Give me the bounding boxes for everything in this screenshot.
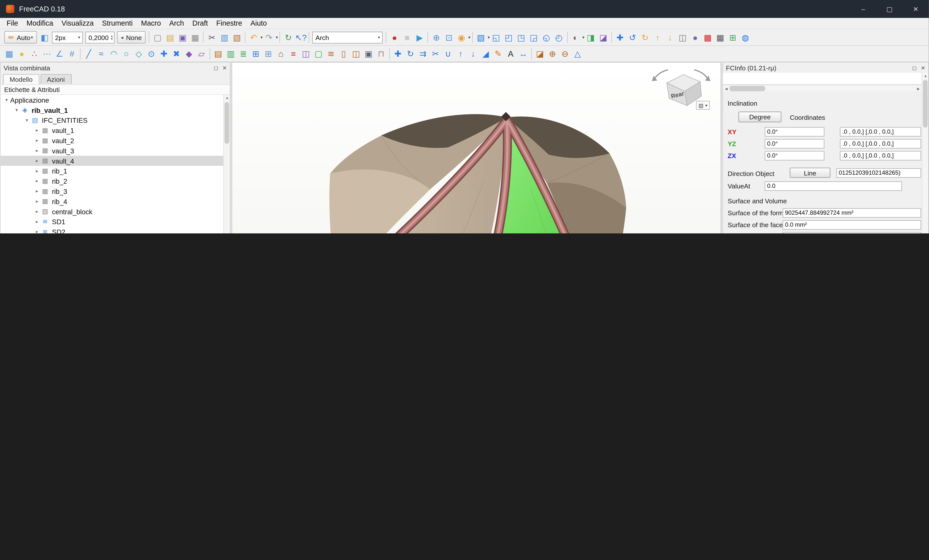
snap-angle-icon[interactable]: ∠ — [53, 47, 66, 60]
arch-frame-icon[interactable]: ◫ — [350, 47, 362, 60]
rotate-view-right-icon[interactable]: ↻ — [639, 31, 651, 43]
arch-door-icon[interactable]: ⊞ — [262, 47, 274, 60]
tree-item-vault-4[interactable]: ▸▦vault_4 — [0, 156, 223, 166]
tile-windows-icon[interactable]: ◫ — [676, 31, 689, 43]
tree-item-sd1[interactable]: ▸≋SD1 — [0, 216, 223, 227]
workbench-selector-combobox[interactable]: Arch▾ — [313, 31, 383, 43]
panel-float-icon[interactable]: ◻ — [214, 64, 218, 70]
menu-draft[interactable]: Draft — [188, 19, 212, 28]
view-left-icon[interactable]: ◴ — [552, 31, 565, 43]
draft-offset-icon[interactable]: ⇉ — [417, 47, 429, 60]
arch-structure-icon[interactable]: ▥ — [224, 47, 237, 60]
menu-file[interactable]: File — [3, 19, 22, 28]
menu-aiuto[interactable]: Aiuto — [246, 19, 271, 28]
arch-remove-icon[interactable]: ⊖ — [559, 47, 571, 60]
arch-rebar-icon[interactable]: ≣ — [237, 47, 250, 60]
edit-undo-group[interactable]: ↶▾ — [247, 31, 263, 43]
view-front-icon[interactable]: ◱ — [490, 31, 502, 43]
view-right-icon[interactable]: ◳ — [515, 31, 527, 43]
draft-linewidth-combobox[interactable]: 2px▾ — [52, 31, 83, 43]
macro-stop-icon[interactable]: ■ — [401, 31, 413, 43]
tab-azioni[interactable]: Azioni — [40, 74, 71, 84]
draft-scale-icon[interactable]: ◢ — [479, 47, 492, 60]
draft-autogroup-button[interactable]: ▪None — [117, 31, 146, 43]
draw-style-group[interactable]: ◐▾ — [569, 31, 584, 43]
std-print-icon[interactable]: ▦ — [189, 31, 201, 43]
view-axonometric-icon[interactable]: ▧ — [475, 31, 487, 43]
draft-facebinder-icon[interactable]: ✚ — [158, 47, 170, 60]
panel-close-icon[interactable]: ✕ — [921, 64, 925, 70]
arch-pipe-icon[interactable]: ⊓ — [375, 47, 387, 60]
arch-wall-icon[interactable]: ▤ — [212, 47, 224, 60]
draft-downgrade-icon[interactable]: ↓ — [467, 47, 479, 60]
view-zoom-down-icon[interactable]: ↓ — [664, 31, 676, 43]
view-bottom-icon[interactable]: ◵ — [540, 31, 552, 43]
chevron-right-icon[interactable]: ▸ — [33, 209, 41, 214]
tree-item-central-block[interactable]: ▸▧central_block — [0, 206, 223, 216]
tree-item-vault-3[interactable]: ▸▦vault_3 — [0, 146, 223, 156]
tree-item-sd2[interactable]: ▸≋SD2 — [0, 227, 223, 233]
zoom-in-icon[interactable]: ⊕ — [430, 31, 443, 43]
view-rear-icon[interactable]: ◲ — [527, 31, 540, 43]
menu-macro[interactable]: Macro — [137, 19, 165, 28]
fit-all-group[interactable]: ◉▾ — [455, 31, 471, 43]
zoom-selection-icon[interactable]: ⊡ — [443, 31, 455, 43]
draft-grid-toggle-icon[interactable]: ▦ — [3, 47, 15, 60]
chevron-right-icon[interactable]: ▸ — [33, 188, 41, 194]
std-save-icon[interactable]: ▣ — [176, 31, 189, 43]
line-button[interactable]: Line — [790, 168, 830, 178]
random-color-icon[interactable]: ▩ — [701, 31, 714, 43]
direction-object-field[interactable]: 012512039102148265) — [836, 168, 921, 178]
std-open-icon[interactable]: ▤ — [164, 31, 176, 43]
xy-angle-field[interactable]: 0.0° — [765, 127, 824, 136]
arch-roof-icon[interactable]: ⌂ — [274, 47, 287, 60]
draft-circle-icon[interactable]: ○ — [120, 47, 132, 60]
clipping-plane-icon[interactable]: ◪ — [597, 31, 609, 43]
view-axonometric-group[interactable]: ▧▾ — [475, 31, 490, 43]
draw-style-icon[interactable]: ◐ — [569, 31, 581, 43]
edit-redo-group[interactable]: ↷▾ — [263, 31, 278, 43]
panel-float-icon[interactable]: ◻ — [912, 64, 917, 70]
draft-edit-icon[interactable]: ✎ — [492, 47, 504, 60]
panel-close-icon[interactable]: ✕ — [222, 64, 227, 70]
arch-section-plane-icon[interactable]: ◫ — [300, 47, 312, 60]
tree-item-applicazione[interactable]: ▾Applicazione — [0, 95, 223, 105]
close-button[interactable]: ✕ — [903, 0, 929, 18]
minimize-button[interactable]: – — [850, 0, 877, 18]
yz-coords-field[interactable]: .0 , 0.0,] [,0.0 , 0.0,] — [840, 139, 921, 148]
fcinfo-vscrollbar[interactable]: ▲ ▼ — [922, 73, 928, 233]
chevron-right-icon[interactable]: ▸ — [33, 229, 41, 233]
draft-wire-icon[interactable]: ≈ — [95, 47, 107, 60]
draft-trimex-icon[interactable]: ✂ — [429, 47, 442, 60]
draft-text-icon[interactable]: A — [504, 47, 517, 60]
fcinfo-top-hscrollbar[interactable]: ◀ ▶ — [723, 85, 921, 91]
chevron-right-icon[interactable]: ▸ — [33, 199, 41, 204]
chevron-right-icon[interactable]: ▸ — [33, 128, 41, 133]
std-refresh-icon[interactable]: ↻ — [282, 31, 294, 43]
web-view-icon[interactable]: ◍ — [739, 31, 751, 43]
macro-play-icon[interactable]: ▶ — [413, 31, 426, 43]
chevron-right-icon[interactable]: ▸ — [33, 219, 41, 225]
macro-record-icon[interactable]: ● — [388, 31, 401, 43]
draft-auto-button[interactable]: ✏Auto▾ — [4, 31, 37, 43]
chevron-down-icon[interactable]: ▾ — [13, 107, 20, 113]
draft-scale-factor-spinbox[interactable]: 0,2000▴▾ — [86, 31, 115, 43]
snap-midpoint-icon[interactable]: ∴ — [28, 47, 41, 60]
arch-axis-icon[interactable]: ≡ — [287, 47, 299, 60]
valueat-field[interactable]: 0.0 — [765, 181, 902, 191]
chevron-right-icon[interactable]: ▸ — [33, 138, 41, 143]
draft-close-line-icon[interactable]: ✖ — [170, 47, 182, 60]
draft-shapestring-icon[interactable]: ◆ — [182, 47, 195, 60]
tree-item-vault-1[interactable]: ▸▦vault_1 — [0, 125, 223, 135]
maximize-button[interactable]: ▢ — [876, 0, 903, 18]
scene-inspector-icon[interactable]: ▦ — [714, 31, 726, 43]
arch-stairs-icon[interactable]: ≋ — [325, 47, 337, 60]
tree-item-vault-2[interactable]: ▸▦vault_2 — [0, 135, 223, 146]
draft-point-icon[interactable]: ⊙ — [145, 47, 158, 60]
view-zoom-up-icon[interactable]: ↑ — [651, 31, 664, 43]
3d-canvas[interactable]: Rear ▧ ▾ — [232, 63, 721, 233]
spreadsheet-view-icon[interactable]: ⊞ — [727, 31, 739, 43]
chevron-down-icon[interactable]: ▾ — [3, 97, 10, 103]
draft-move-icon[interactable]: ✚ — [391, 47, 404, 60]
std-new-icon[interactable]: ▢ — [151, 31, 164, 43]
